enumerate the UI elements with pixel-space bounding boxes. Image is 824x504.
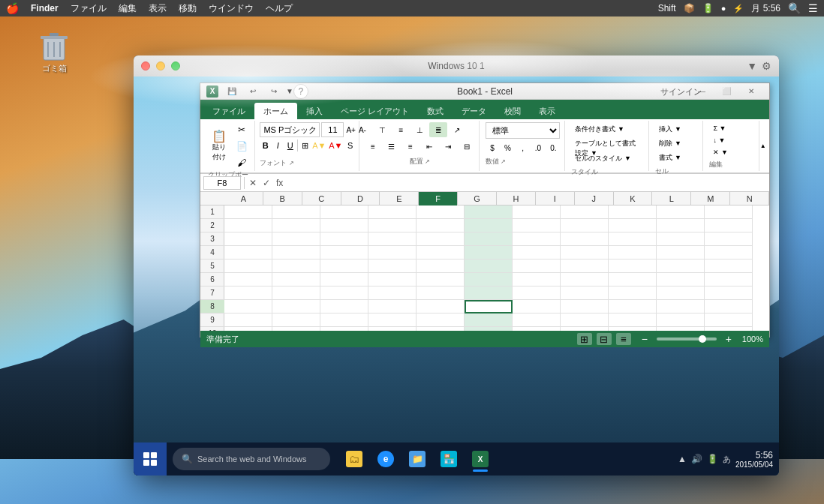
view-menu[interactable]: 表示 [149, 2, 167, 15]
trash-icon[interactable]: ゴミ箱 [32, 32, 77, 74]
window-menu[interactable]: ウインドウ [209, 2, 254, 15]
col-header-B[interactable]: B [263, 192, 302, 206]
vm-minimize-button[interactable] [156, 62, 165, 70]
zoom-slider[interactable] [657, 338, 717, 340]
formula-input[interactable] [287, 176, 766, 190]
close-button[interactable]: ✕ [739, 84, 763, 99]
tab-data[interactable]: データ [453, 103, 495, 119]
minimize-button[interactable]: — [690, 84, 714, 99]
row-header-2[interactable]: 2 [200, 219, 224, 232]
row-header-4[interactable]: 4 [200, 246, 224, 260]
col-header-I[interactable]: I [536, 192, 575, 206]
cell-styles-button[interactable]: セルのスタイル ▼ [571, 152, 644, 166]
tab-review[interactable]: 校閲 [495, 103, 530, 119]
file-menu[interactable]: ファイル [71, 2, 107, 15]
align-left-button[interactable]: ≡ [364, 139, 382, 154]
cell-A1[interactable] [224, 206, 272, 219]
increase-decimal-button[interactable]: .0 [531, 140, 545, 155]
tray-ime-icon[interactable]: あ [723, 454, 731, 465]
cell-B1[interactable] [272, 206, 320, 219]
search-icon[interactable]: 🔍 [788, 2, 801, 14]
col-header-H[interactable]: H [497, 192, 536, 206]
decrease-indent-button[interactable]: ⇤ [420, 139, 438, 154]
undo-button[interactable]: ↩ [244, 84, 262, 99]
col-header-M[interactable]: M [691, 192, 730, 206]
search-box[interactable]: 🔍 Search the web and Windows [173, 448, 330, 470]
cut-button[interactable]: ✂ [233, 122, 251, 137]
cell-I1[interactable] [609, 206, 657, 219]
col-header-K[interactable]: K [614, 192, 653, 206]
help-button[interactable]: ? [293, 84, 308, 99]
ribbon-scroll-up[interactable]: ▲ [759, 121, 766, 171]
help-menu[interactable]: ヘルプ [266, 2, 293, 15]
clear-button[interactable]: ✕ ▼ [709, 146, 753, 158]
redo-button[interactable]: ↪ [265, 84, 283, 99]
row-header-8[interactable]: 8 [200, 300, 224, 314]
col-header-N[interactable]: N [730, 192, 769, 206]
apple-menu[interactable]: 🍎 [6, 2, 19, 14]
tab-view[interactable]: 表示 [530, 103, 564, 119]
tab-home[interactable]: ホーム [254, 103, 297, 119]
vm-settings-icon[interactable]: ▼ [747, 60, 757, 72]
number-expand[interactable]: ↗ [501, 158, 506, 165]
percent-button[interactable]: % [501, 140, 514, 155]
decrease-decimal-button[interactable]: 0. [546, 140, 560, 155]
col-header-L[interactable]: L [652, 192, 691, 206]
col-header-G[interactable]: G [458, 192, 497, 206]
row-header-3[interactable]: 3 [200, 232, 224, 246]
taskbar-excel[interactable]: X [465, 444, 495, 474]
increase-indent-button[interactable]: ⇥ [439, 139, 457, 154]
format-painter-button[interactable]: 🖌 [233, 155, 251, 170]
cell-A2[interactable] [224, 219, 272, 232]
start-button[interactable] [134, 442, 167, 476]
wrap-text-button[interactable]: ≣ [429, 122, 447, 137]
page-break-view-button[interactable]: ≡ [616, 333, 631, 345]
tab-page-layout[interactable]: ページ レイアウト [332, 103, 418, 119]
cell-D1[interactable] [368, 206, 417, 219]
font-name-input[interactable] [260, 122, 320, 137]
insert-cells-button[interactable]: 挿入 ▼ [655, 122, 698, 136]
go-menu[interactable]: 移動 [179, 2, 197, 15]
taskbar-store[interactable]: 🏪 [434, 444, 464, 474]
taskbar-internet-explorer[interactable]: e [371, 444, 401, 474]
align-center-button[interactable]: ☰ [383, 139, 401, 154]
col-header-A[interactable]: A [224, 192, 263, 206]
row-header-7[interactable]: 7 [200, 286, 224, 300]
taskbar-windows-explorer[interactable]: 📁 [402, 444, 432, 474]
table-format-button[interactable]: テーブルとして書式設定 ▼ [571, 136, 644, 152]
format-cells-button[interactable]: 書式 ▼ [655, 151, 698, 165]
cell-J1[interactable] [657, 206, 705, 219]
comma-button[interactable]: , [516, 140, 530, 155]
tray-clock[interactable]: 5:56 2015/05/04 [735, 450, 773, 469]
excel-window[interactable]: X 💾 ↩ ↪ ▼ Book1 - Excel ? — ⬜ ✕ [200, 82, 770, 338]
tray-battery-icon[interactable]: 🔋 [707, 454, 718, 464]
font-color-button[interactable]: A▼ [328, 139, 343, 152]
tab-formulas[interactable]: 数式 [418, 103, 453, 119]
tab-insert[interactable]: 挿入 [297, 103, 332, 119]
tab-file[interactable]: ファイル [203, 103, 254, 119]
conditional-format-button[interactable]: 条件付き書式 ▼ [571, 122, 644, 136]
font-expand[interactable]: ↗ [289, 160, 294, 166]
col-header-E[interactable]: E [380, 192, 419, 206]
border-button[interactable]: ⊞ [299, 139, 311, 152]
delete-cells-button[interactable]: 削除 ▼ [655, 136, 698, 151]
align-top-button[interactable]: ⊤ [373, 122, 391, 137]
sign-in-link[interactable]: サインイン [660, 86, 702, 97]
col-header-C[interactable]: C [302, 192, 341, 206]
quick-access-more[interactable]: ▼ [286, 87, 293, 95]
cancel-formula-icon[interactable]: ✕ [248, 178, 258, 188]
merge-button[interactable]: ⊟ [458, 139, 476, 154]
row-header-10[interactable]: 10 [200, 327, 224, 331]
page-layout-view-button[interactable]: ⊟ [597, 333, 612, 345]
cell-K1[interactable] [705, 206, 753, 219]
vm-close-button[interactable] [141, 62, 150, 70]
finder-menu[interactable]: Finder [31, 3, 59, 14]
row-header-1[interactable]: 1 [200, 206, 224, 219]
cell-E1[interactable] [417, 206, 465, 219]
fill-button[interactable]: ↓ ▼ [709, 134, 753, 146]
cell-G1[interactable] [513, 206, 561, 219]
row-header-5[interactable]: 5 [200, 260, 224, 273]
vm-maximize-button[interactable] [171, 62, 180, 70]
row-header-9[interactable]: 9 [200, 314, 224, 327]
menu-icon[interactable]: ☰ [808, 2, 818, 14]
